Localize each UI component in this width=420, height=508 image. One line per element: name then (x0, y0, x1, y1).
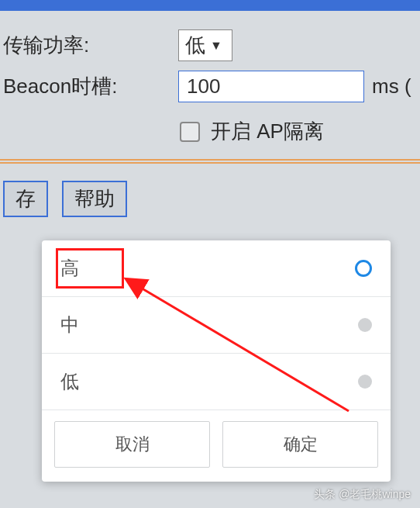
action-buttons: 存 帮助 (0, 164, 420, 217)
option-label: 低 (60, 369, 79, 394)
settings-form: 传输功率: 低 ▼ Beacon时槽: ms ( 开启 AP隔离 存 帮助 (0, 11, 420, 217)
cancel-button[interactable]: 取消 (54, 421, 210, 468)
option-high[interactable]: 高 (42, 240, 391, 297)
radio-unselected-icon (358, 375, 372, 389)
tx-power-label: 传输功率: (0, 32, 178, 59)
tx-power-row: 传输功率: 低 ▼ (0, 25, 420, 66)
save-button[interactable]: 存 (3, 181, 48, 217)
beacon-row: Beacon时槽: ms ( (0, 66, 420, 107)
option-medium[interactable]: 中 (42, 297, 391, 354)
confirm-button[interactable]: 确定 (222, 421, 378, 468)
chevron-down-icon: ▼ (210, 39, 222, 53)
help-button[interactable]: 帮助 (62, 181, 127, 217)
beacon-label: Beacon时槽: (0, 73, 178, 100)
option-popup: 高 中 低 取消 确定 (42, 240, 391, 482)
ap-isolation-checkbox[interactable] (180, 122, 200, 142)
option-low[interactable]: 低 (42, 354, 391, 410)
option-label: 中 (60, 313, 79, 337)
ap-isolation-label: 开启 AP隔离 (211, 118, 324, 145)
beacon-unit: ms ( (372, 74, 411, 98)
divider (0, 159, 420, 161)
radio-selected-icon (355, 260, 372, 277)
beacon-input[interactable] (178, 71, 364, 102)
tx-power-value: 低 (185, 32, 205, 59)
radio-unselected-icon (358, 318, 372, 332)
watermark: 头条 @老毛桃winpe (314, 488, 411, 502)
popup-button-row: 取消 确定 (42, 410, 391, 482)
window-title-bar (0, 0, 420, 11)
tx-power-select[interactable]: 低 ▼ (178, 29, 232, 61)
option-label: 高 (60, 256, 79, 281)
ap-isolation-row: 开启 AP隔离 (0, 107, 420, 159)
